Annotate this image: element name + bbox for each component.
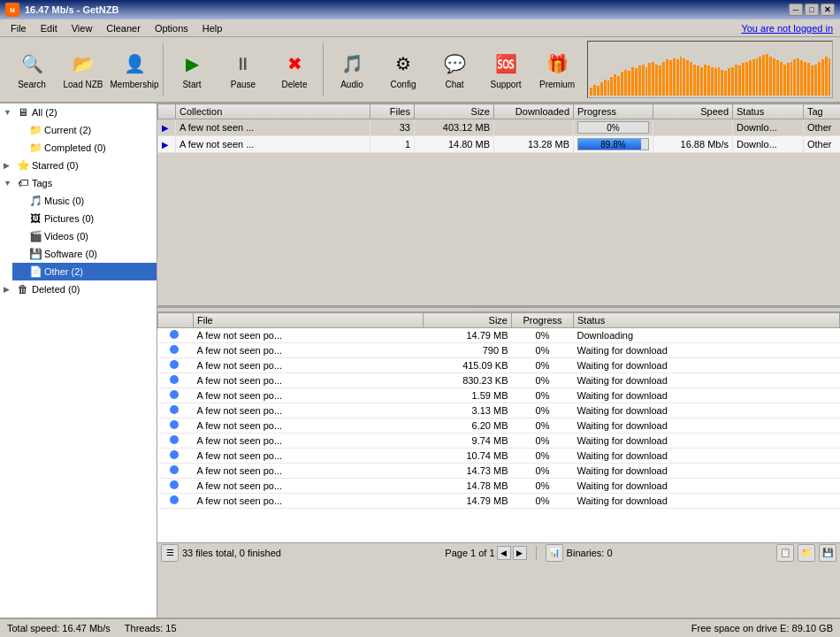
menu-view[interactable]: View: [65, 21, 100, 35]
icon-btn-3[interactable]: 💾: [819, 544, 836, 562]
expand-other[interactable]: [16, 267, 28, 276]
list-item[interactable]: A few not seen po... 10.74 MB 0% Waiting…: [158, 449, 840, 464]
col-downloaded[interactable]: Downloaded: [494, 104, 574, 119]
sidebar-item-completed[interactable]: 📁 Completed (0): [12, 139, 157, 157]
file-list-container[interactable]: File Size Progress Status A few not seen…: [157, 312, 840, 542]
menu-file[interactable]: File: [4, 21, 34, 35]
menu-help[interactable]: Help: [195, 21, 230, 35]
col-speed[interactable]: Speed: [653, 104, 733, 119]
file-dot-cell: [158, 373, 194, 388]
videos-icon: 🎬: [28, 229, 42, 243]
row-files: 33: [370, 119, 415, 136]
speed-graph: [587, 41, 833, 98]
binaries-icon-btn[interactable]: 📊: [546, 544, 563, 562]
col-files[interactable]: Files: [370, 104, 415, 119]
expand-all[interactable]: ▼: [4, 108, 16, 117]
col-status[interactable]: Status: [733, 104, 804, 119]
support-button[interactable]: 🆘 Support: [481, 41, 531, 98]
config-button[interactable]: ⚙ Config: [378, 41, 428, 98]
graph-bar: [807, 63, 810, 96]
free-space: Free space on drive E: 89.10 GB: [691, 623, 833, 633]
expand-completed[interactable]: [16, 143, 28, 152]
close-button[interactable]: ✕: [821, 4, 835, 16]
sidebar-item-software[interactable]: 💾 Software (0): [12, 245, 157, 263]
icon-btn-2[interactable]: 📁: [798, 544, 815, 562]
sidebar-item-deleted[interactable]: ▶ 🗑 Deleted (0): [0, 280, 157, 298]
col-size[interactable]: Size: [415, 104, 494, 119]
start-button[interactable]: ▶ Start: [167, 41, 217, 98]
sidebar-item-videos[interactable]: 🎬 Videos (0): [12, 227, 157, 245]
graph-bar: [624, 70, 627, 96]
list-item[interactable]: A few not seen po... 415.09 KB 0% Waitin…: [158, 358, 840, 373]
page-nav: Page 1 of 1 ◀ ▶: [445, 546, 526, 560]
menu-options[interactable]: Options: [148, 21, 195, 35]
load-nzb-button[interactable]: 📂 Load NZB: [58, 41, 108, 98]
sidebar-item-current[interactable]: 📁 Current (2): [12, 121, 157, 139]
list-item[interactable]: A few not seen po... 1.59 MB 0% Waiting …: [158, 388, 840, 403]
sidebar-item-music[interactable]: 🎵 Music (0): [12, 192, 157, 210]
title-text: N 16.47 Mb/s - GetNZB: [5, 3, 789, 17]
graph-bar: [793, 59, 796, 96]
music-icon: 🎵: [28, 194, 42, 208]
maximize-button[interactable]: □: [805, 4, 819, 16]
list-item[interactable]: A few not seen po... 6.20 MB 0% Waiting …: [158, 418, 840, 434]
membership-button[interactable]: 👤 Membership: [110, 41, 159, 98]
window-controls: ─ □ ✕: [789, 4, 835, 16]
file-col-dot[interactable]: [158, 313, 194, 328]
sidebar-item-tags[interactable]: ▼ 🏷 Tags: [0, 174, 157, 192]
audio-button[interactable]: 🎵 Audio: [327, 41, 377, 98]
col-collection[interactable]: Collection: [176, 104, 370, 119]
starred-icon: ⭐: [16, 158, 30, 173]
chat-button[interactable]: 💬 Chat: [430, 41, 479, 98]
file-col-name[interactable]: File: [194, 313, 424, 328]
graph-bar: [673, 58, 676, 96]
list-item[interactable]: A few not seen po... 14.78 MB 0% Waiting…: [158, 479, 840, 494]
expand-videos[interactable]: [16, 232, 28, 241]
expand-pictures[interactable]: [16, 214, 28, 223]
expand-current[interactable]: [16, 126, 28, 134]
col-arrow[interactable]: [158, 104, 176, 119]
sidebar-item-starred[interactable]: ▶ ⭐ Starred (0): [0, 157, 157, 174]
col-progress[interactable]: Progress: [574, 104, 653, 119]
menu-cleaner[interactable]: Cleaner: [99, 21, 148, 35]
file-status-dot: [170, 465, 179, 474]
minimize-button[interactable]: ─: [789, 4, 803, 16]
sidebar-item-all[interactable]: ▼ 🖥 All (2): [0, 104, 157, 121]
expand-music[interactable]: [16, 196, 28, 205]
icon-btn-1[interactable]: 📋: [776, 544, 794, 562]
search-button[interactable]: 🔍 Search: [7, 41, 57, 98]
graph-bar: [662, 62, 665, 96]
download-table-body: ▶ A few not seen ... 33 403.12 MB 0% Dow…: [158, 119, 841, 153]
file-col-progress[interactable]: Progress: [512, 313, 574, 328]
list-item[interactable]: A few not seen po... 9.74 MB 0% Waiting …: [158, 434, 840, 449]
sidebar-item-pictures[interactable]: 🖼 Pictures (0): [12, 210, 157, 227]
premium-button[interactable]: 🎁 Premium: [532, 41, 582, 98]
list-item[interactable]: A few not seen po... 790 B 0% Waiting fo…: [158, 343, 840, 358]
expand-tags[interactable]: ▼: [4, 179, 16, 188]
next-page-button[interactable]: ▶: [513, 546, 527, 560]
sidebar-item-other[interactable]: 📄 Other (2): [12, 263, 157, 280]
list-item[interactable]: A few not seen po... 14.79 MB 0% Downloa…: [158, 328, 840, 343]
download-table-container[interactable]: Collection Files Size Downloaded Progres…: [157, 104, 840, 307]
table-row[interactable]: ▶ A few not seen ... 1 14.80 MB 13.28 MB…: [158, 136, 841, 153]
delete-button[interactable]: ✖ Delete: [270, 41, 319, 98]
prev-page-button[interactable]: ◀: [497, 546, 511, 560]
expand-deleted[interactable]: ▶: [4, 285, 16, 294]
login-link[interactable]: You are not logged in: [741, 23, 836, 34]
file-col-status[interactable]: Status: [574, 313, 840, 328]
list-item[interactable]: A few not seen po... 3.13 MB 0% Waiting …: [158, 403, 840, 418]
table-row[interactable]: ▶ A few not seen ... 33 403.12 MB 0% Dow…: [158, 119, 841, 136]
sidebar: ▼ 🖥 All (2) 📁 Current (2) 📁 Completed (0…: [0, 104, 157, 618]
expand-starred[interactable]: ▶: [4, 161, 16, 170]
list-item[interactable]: A few not seen po... 830.23 KB 0% Waitin…: [158, 373, 840, 388]
file-status: Waiting for download: [574, 373, 840, 388]
expand-software[interactable]: [16, 249, 28, 258]
pause-button[interactable]: ⏸ Pause: [218, 41, 268, 98]
menu-edit[interactable]: Edit: [34, 21, 65, 35]
file-col-size[interactable]: Size: [424, 313, 512, 328]
start-icon: ▶: [178, 50, 206, 78]
list-item[interactable]: A few not seen po... 14.79 MB 0% Waiting…: [158, 494, 840, 509]
list-item[interactable]: A few not seen po... 14.73 MB 0% Waiting…: [158, 464, 840, 479]
col-tag[interactable]: Tag: [804, 104, 841, 119]
list-icon-btn[interactable]: ☰: [161, 544, 179, 562]
